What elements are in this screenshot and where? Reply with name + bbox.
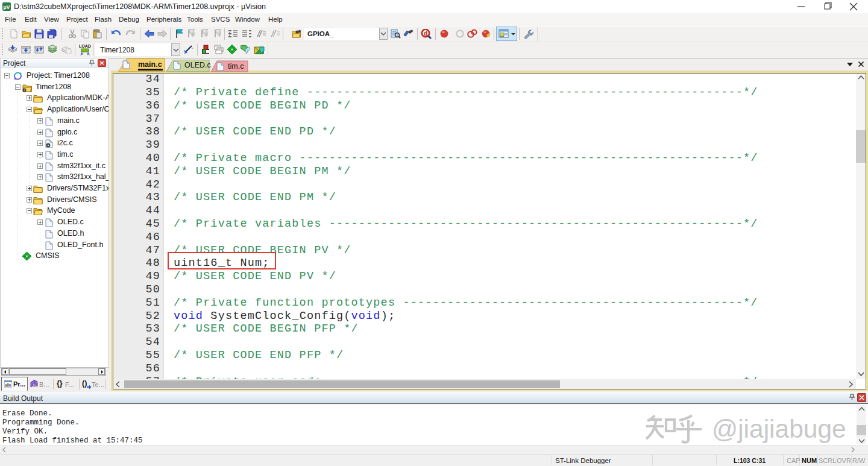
svg-text:µV: µV: [3, 4, 10, 10]
svg-text:d: d: [424, 30, 427, 37]
svg-text:LOAD: LOAD: [79, 44, 91, 48]
svg-text:?: ?: [33, 383, 36, 387]
